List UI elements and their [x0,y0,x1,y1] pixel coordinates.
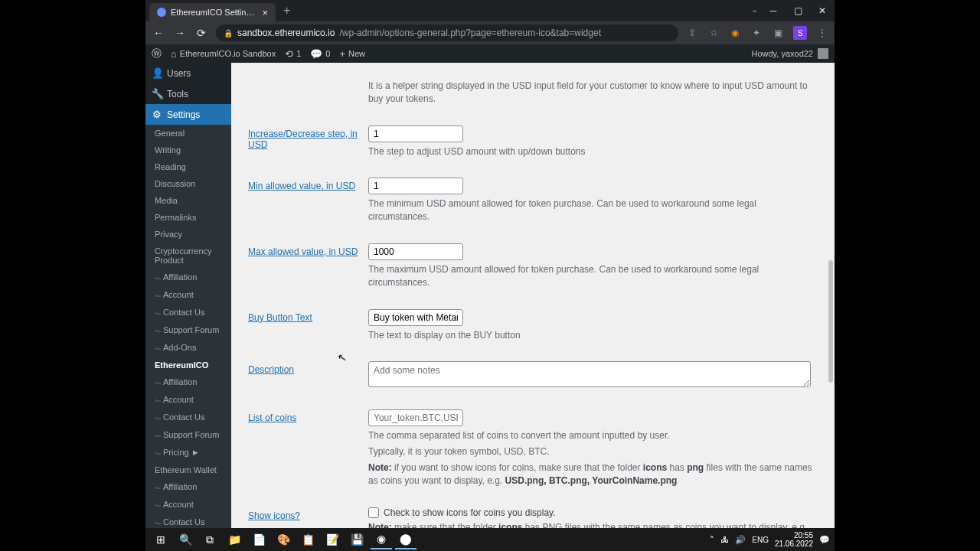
menu-icon[interactable]: ⋮ [816,27,828,39]
submenu-add-ons[interactable]: ⌙Add-Ons [145,339,231,357]
wp-logo[interactable]: ⓦ [152,47,162,60]
show-icons-checkbox-label: Check to show icons for coins you displa… [384,507,556,518]
submenu-support-forum[interactable]: ⌙Support Forum [145,321,231,339]
tray-volume-icon[interactable]: 🔊 [735,535,746,545]
submenu-discussion[interactable]: Discussion [145,175,231,192]
bookmark-icon[interactable]: ☆ [707,27,720,39]
wp-admin-bar: ⓦ ⌂EthereumICO.io Sandbox ⟲1 💬0 +New How… [145,44,835,63]
submenu-ethereum-wallet[interactable]: Ethereum Wallet [145,461,231,478]
submenu-privacy[interactable]: Privacy [145,226,231,243]
lock-icon: 🔒 [224,29,233,37]
sidebar-icon[interactable]: ▣ [772,27,784,39]
max-label[interactable]: Max allowed value, in USD [248,246,358,257]
submenu-writing[interactable]: Writing [145,142,231,158]
max-input[interactable] [368,243,463,260]
app-icon-3[interactable]: 📋 [297,530,318,549]
metamask-extension-icon[interactable]: ◉ [729,27,741,39]
url-path: /wp-admin/options-general.php?page=ether… [339,28,601,38]
step-label[interactable]: Increase/Decrease step, in USD [248,129,358,150]
submenu-eth-account[interactable]: ⌙Account [145,391,231,409]
settings-content: It is a helper string displayed in the U… [231,63,835,528]
submenu-wallet-account[interactable]: ⌙Account [145,496,231,514]
submenu-affiliation[interactable]: ⌙Affiliation [145,269,231,286]
submenu-eth-pricing[interactable]: ⌙Pricing ► [145,444,231,461]
extensions-icon[interactable]: ✦ [750,27,763,39]
comments-link[interactable]: 💬0 [310,48,330,60]
tab-title: EthereumICO Settings ‹ Ethereu… [171,8,257,17]
buy-button-text-input[interactable] [368,309,463,326]
chrome-taskbar-icon[interactable]: ◉ [371,530,392,549]
url-field[interactable]: 🔒 sandbox.ethereumico.io/wp-admin/option… [216,24,678,41]
tab-favicon [157,8,166,17]
submenu-account[interactable]: ⌙Account [145,286,231,304]
new-content[interactable]: +New [339,48,365,60]
submenu-media[interactable]: Media [145,192,231,209]
menu-tools[interactable]: 🔧Tools [145,83,231,104]
coins-description-1: The comma separated list of coins to con… [368,429,818,442]
back-button[interactable]: ← [152,27,165,39]
search-button[interactable]: 🔍 [175,530,196,549]
min-input[interactable] [368,178,463,194]
min-label[interactable]: Min allowed value, in USD [248,181,355,191]
url-host: sandbox.ethereumico.io [237,28,335,38]
site-name[interactable]: ⌂EthereumICO.io Sandbox [171,48,276,60]
howdy-link[interactable]: Howdy, yaxod22 [751,49,813,58]
app-icon-4[interactable]: 📝 [322,530,343,549]
submenu-eth-affiliation[interactable]: ⌙Affiliation [145,373,231,391]
tray-network-icon[interactable]: 🖧 [720,535,729,544]
submenu-permalinks[interactable]: Permalinks [145,209,231,226]
start-button[interactable]: ⊞ [150,530,172,549]
tray-chevron-icon[interactable]: ˄ [710,535,714,545]
notification-icon[interactable]: 💬 [819,535,830,545]
tab-close-icon[interactable]: × [262,7,268,18]
submenu-eth-support-forum[interactable]: ⌙Support Forum [145,426,231,444]
tab-dropdown-icon[interactable]: ⌄ [751,5,758,15]
app-icon-5[interactable]: 💾 [346,530,368,549]
description-label[interactable]: Description [248,364,294,375]
submenu-general[interactable]: General [145,125,231,142]
avatar[interactable] [818,48,828,59]
description-textarea[interactable] [368,361,811,387]
submenu-reading[interactable]: Reading [145,158,231,175]
step-input[interactable] [368,126,463,142]
menu-users[interactable]: 👤Users [145,63,231,83]
windows-taskbar: ⊞ 🔍 ⧉ 📁 📄 🎨 📋 📝 💾 ◉ ⬤ ˄ 🖧 🔊 ENG 20:55 21… [145,528,835,551]
wp-admin-sidebar: 👤Users 🔧Tools ⚙Settings General Writing … [145,63,231,528]
menu-settings[interactable]: ⚙Settings [145,104,231,125]
buy-button-text-label[interactable]: Buy Button Text [248,312,312,323]
forward-button[interactable]: → [173,27,187,39]
min-description: The minimum USD amount allowed for token… [368,197,818,223]
show-icons-checkbox[interactable] [368,507,379,518]
updates-link[interactable]: ⟲1 [285,48,301,60]
submenu-wallet-contact-us[interactable]: ⌙Contact Us [145,514,231,528]
list-of-coins-input[interactable] [368,409,463,426]
scrollbar-thumb[interactable] [828,260,833,383]
browser-tab[interactable]: EthereumICO Settings ‹ Ethereu… × [149,3,276,21]
obs-taskbar-icon[interactable]: ⬤ [395,530,416,549]
content-scrollbar[interactable] [824,107,835,505]
submenu-eth-contact-us[interactable]: ⌙Contact Us [145,409,231,426]
share-icon[interactable]: ⇪ [686,27,698,39]
task-view-button[interactable]: ⧉ [199,530,220,549]
helper-description: It is a helper string displayed in the U… [368,80,818,106]
app-icon-1[interactable]: 📄 [248,530,270,549]
step-description: The step to adjust USD amount with up/do… [368,145,818,158]
buy-description: The text to display on the BUY button [368,329,818,342]
language-indicator[interactable]: ENG [752,536,769,544]
submenu-wallet-affiliation[interactable]: ⌙Affiliation [145,478,231,496]
submenu-contact-us[interactable]: ⌙Contact Us [145,304,231,321]
new-tab-button[interactable]: + [276,4,298,18]
submenu-cryptocurrency-product[interactable]: Cryptocurrency Product [145,243,231,269]
list-of-coins-label[interactable]: List of coins [248,412,296,423]
minimize-button[interactable]: ─ [761,0,786,21]
submenu-ethereumico[interactable]: EthereumICO [145,357,231,373]
explorer-icon[interactable]: 📁 [224,530,245,549]
close-window-button[interactable]: ✕ [810,0,835,21]
app-icon-2[interactable]: 🎨 [273,530,294,549]
show-icons-label[interactable]: Show icons? [248,510,300,521]
address-bar: ← → ⟳ 🔒 sandbox.ethereumico.io/wp-admin/… [145,21,835,44]
reload-button[interactable]: ⟳ [194,27,208,39]
profile-badge[interactable]: S [793,26,807,40]
system-clock[interactable]: 20:55 21.06.2022 [775,531,813,548]
maximize-button[interactable]: ▢ [786,0,810,21]
